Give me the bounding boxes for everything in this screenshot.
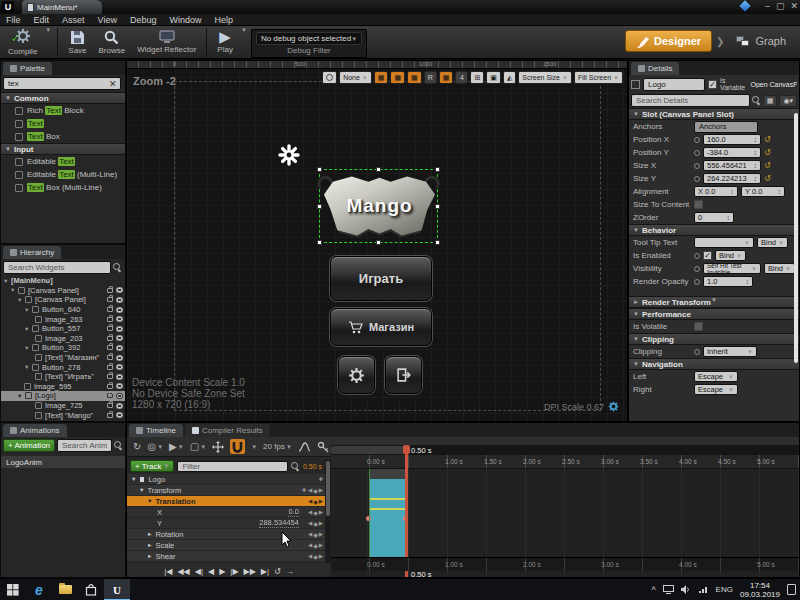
menu-file[interactable]: File [6, 15, 21, 25]
animation-section-block[interactable] [369, 479, 406, 557]
track-transform[interactable]: ▼ Transform ✚ ◀◆▶ [127, 485, 325, 496]
taskbar-clock[interactable]: 17:54 09.03.2019 [740, 581, 780, 599]
details-search-input[interactable] [631, 94, 750, 107]
add-animation-button[interactable]: + Animation [3, 439, 55, 452]
size-to-content-checkbox[interactable] [694, 200, 703, 209]
dpi-gear-icon[interactable] [608, 401, 619, 412]
menu-view[interactable]: View [98, 15, 117, 25]
spinner-icon[interactable]: ↕ [778, 188, 782, 195]
widget-reflector-button[interactable]: Widget Reflector [133, 27, 200, 57]
track-translation-x[interactable]: X 0.0 ◀◆▶ [127, 507, 325, 518]
resolution-button[interactable]: ◭ [503, 71, 516, 84]
eye-icon[interactable] [116, 326, 123, 332]
translation-snap-button[interactable]: ▦ [407, 71, 422, 84]
tree-item-image-203[interactable]: Image_203 [1, 334, 125, 344]
play-reverse-button[interactable]: ◀ [208, 567, 214, 576]
logo-widget[interactable]: Mango [324, 174, 435, 238]
track-y-value[interactable]: 288.534454 [259, 518, 299, 528]
playback-options-icon[interactable]: ▶▼ [169, 441, 184, 452]
display-icon[interactable] [663, 585, 674, 594]
snap-options-icon[interactable]: ▼ [251, 444, 257, 450]
loop-button[interactable]: ↺ [274, 567, 281, 576]
auto-key-icon[interactable] [212, 441, 224, 453]
property-matrix-icon[interactable]: ▦ [763, 95, 778, 107]
minimize-button[interactable]: – [765, 1, 770, 11]
section-performance[interactable]: ▼ Performance [629, 308, 799, 320]
selection-handle[interactable] [435, 167, 440, 172]
key-navigation[interactable]: ◀◆▶ [308, 509, 323, 516]
next-key-button[interactable]: |▶ [230, 567, 238, 576]
start-button[interactable] [0, 579, 26, 600]
track-translation-selected[interactable]: ▼ Translation ◀◆▶ [127, 496, 325, 507]
track-logo[interactable]: ▼ Logo ✚ [127, 474, 325, 485]
selection-handle[interactable] [376, 240, 381, 245]
tab-timeline[interactable]: Timeline [129, 424, 183, 437]
eye-icon[interactable] [116, 355, 123, 361]
eye-icon[interactable] [116, 297, 123, 303]
tree-item-canvas-panel-2[interactable]: ▼[Canvas Panel] [1, 295, 125, 305]
spinner-icon[interactable]: ↕ [731, 188, 735, 195]
tab-details[interactable]: Details [631, 62, 679, 75]
prev-key-button[interactable]: ◀| [195, 567, 203, 576]
eye-icon[interactable] [116, 364, 123, 370]
menu-window[interactable]: Window [169, 15, 201, 25]
eye-icon[interactable] [116, 393, 123, 399]
timeline-bottom-ruler[interactable]: 0.00 s 1.00 s 2.00 s 3.00 s 4.00 s 5.00 … [331, 557, 800, 571]
network-icon[interactable] [698, 585, 709, 594]
lock-icon[interactable] [107, 393, 113, 398]
palette-item-text-box[interactable]: Text Box [1, 130, 125, 143]
revert-icon[interactable]: ↺ [764, 148, 771, 157]
palette-item-editable-text[interactable]: Editable Text [1, 155, 125, 168]
palette-section-common[interactable]: ▼ Common [1, 92, 125, 104]
details-scrollbar[interactable] [794, 113, 798, 363]
track-filter-input[interactable] [177, 461, 288, 472]
timeline-ruler[interactable]: 0.00 s 1.00 s 1.50 s 2.00 s 2.50 s 3.00 … [331, 455, 800, 469]
visibility-bind-button[interactable]: Bind▼ [764, 263, 795, 274]
play-forward-button[interactable]: ▶ [219, 567, 225, 576]
anchors-dropdown[interactable]: Anchors ▼ [694, 121, 758, 133]
selection-handle[interactable] [317, 240, 322, 245]
track-x-value[interactable]: 0.0 [288, 507, 298, 517]
lock-icon[interactable] [107, 336, 113, 341]
lock-icon[interactable] [107, 374, 113, 379]
section-navigation[interactable]: ▼ Navigation [629, 358, 799, 370]
to-end-button[interactable]: ▶| [261, 567, 269, 576]
lock-icon[interactable] [107, 355, 113, 360]
size-x-field[interactable]: 556.456421↕ [703, 160, 761, 171]
palette-item-rich-text-block[interactable]: Rich Text Block [1, 104, 125, 117]
track-rotation[interactable]: ► Rotation ◀◆▶ [127, 529, 325, 540]
taskbar-edge-button[interactable]: e [26, 579, 52, 600]
fps-dropdown[interactable]: 20 fps▼ [263, 442, 292, 451]
language-indicator[interactable]: ENG [716, 585, 733, 594]
step-button[interactable]: → [286, 567, 294, 576]
play-button[interactable]: ▶ Play [213, 27, 237, 57]
view-options-icon[interactable]: ◉▾ [779, 95, 797, 107]
nav-left-dropdown[interactable]: Escape▼ [694, 371, 738, 382]
palette-section-input[interactable]: ▼ Input [1, 143, 125, 155]
taskbar-store-button[interactable] [78, 579, 104, 600]
widget-name-input[interactable] [643, 78, 705, 91]
settings-button[interactable] [338, 356, 375, 394]
browse-button[interactable]: Browse [95, 27, 130, 57]
timeline-range-bar[interactable] [331, 445, 800, 455]
alignment-y-field[interactable]: Y 0.0↕ [741, 186, 785, 197]
eye-icon[interactable] [116, 374, 123, 380]
play-dropdown-icon[interactable]: ▼ [241, 27, 247, 33]
is-enabled-checkbox[interactable] [703, 251, 712, 260]
key-navigation[interactable]: ✚ ◀◆▶ [302, 487, 323, 494]
selection-handle[interactable] [317, 167, 322, 172]
localization-preview-dropdown[interactable]: None ▼ [339, 71, 372, 84]
debug-object-dropdown[interactable]: No debug object selected ▼ [256, 32, 362, 45]
palette-item-text[interactable]: Text [1, 117, 125, 130]
lock-icon[interactable] [107, 288, 113, 293]
volume-icon[interactable] [681, 585, 691, 594]
tooltip-field[interactable]: ▼ [694, 237, 754, 248]
clipping-dropdown[interactable]: Inherit▼ [703, 346, 757, 357]
behavior-expander[interactable]: ▼ [629, 288, 799, 296]
tree-item-text-mango[interactable]: [Text] "Mango" [1, 410, 125, 420]
tree-item-button-557[interactable]: ▼Button_557 [1, 324, 125, 334]
add-track-button[interactable]: + Track ▼ [130, 460, 174, 472]
render-opacity-field[interactable]: 1.0↕ [703, 276, 753, 287]
eye-icon[interactable] [116, 345, 123, 351]
selection-handle[interactable] [435, 204, 440, 209]
